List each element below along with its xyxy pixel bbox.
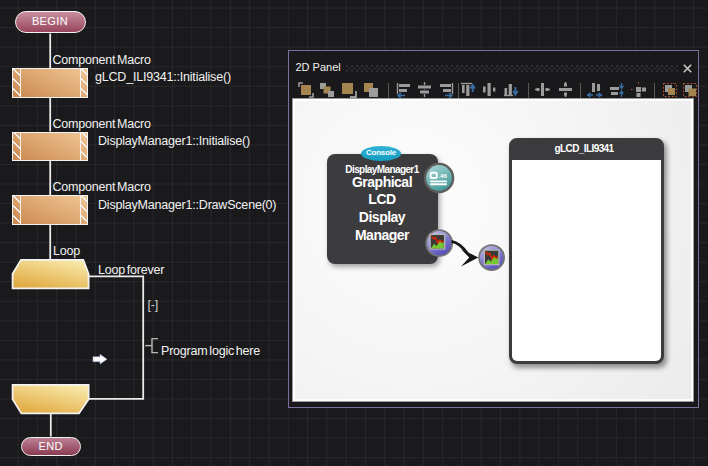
svg-text:.46: .46 xyxy=(438,171,447,178)
